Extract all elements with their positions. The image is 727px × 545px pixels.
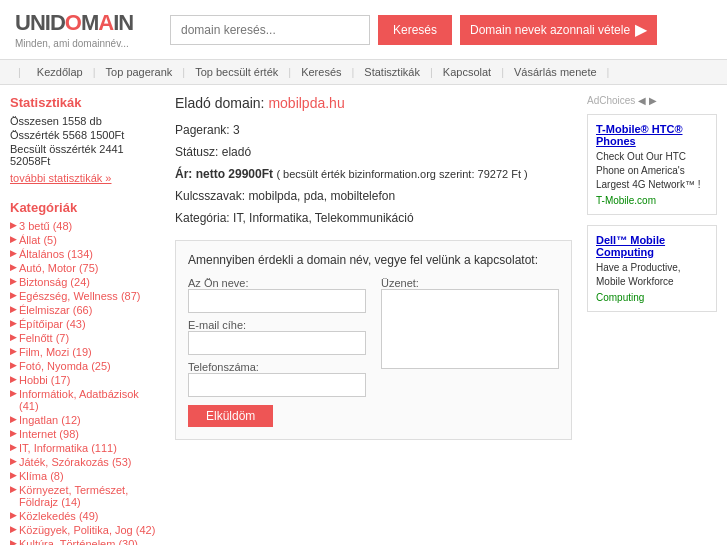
category-item[interactable]: ▶Közlekedés (49) bbox=[10, 510, 160, 522]
stat-value-label: Összérték bbox=[10, 129, 60, 141]
category-row: Kategória: IT, Informatika, Telekommunik… bbox=[175, 211, 572, 225]
status-label: Státusz: bbox=[175, 145, 218, 159]
search-area: Keresés Domain nevek azonnali vétele ▶ bbox=[170, 15, 712, 45]
category-item[interactable]: ▶Egészség, Wellness (87) bbox=[10, 290, 160, 302]
cat-arrow-icon: ▶ bbox=[10, 220, 17, 230]
category-item[interactable]: ▶Felnőtt (7) bbox=[10, 332, 160, 344]
category-item[interactable]: ▶Élelmiszar (66) bbox=[10, 304, 160, 316]
nav-separator: | bbox=[350, 66, 357, 78]
category-item[interactable]: ▶Biztonság (24) bbox=[10, 276, 160, 288]
nav-item-contact[interactable]: Kapcsolat bbox=[435, 60, 499, 84]
cat-item-label: 3 betű (48) bbox=[19, 220, 72, 232]
category-item[interactable]: ▶Fotó, Nyomda (25) bbox=[10, 360, 160, 372]
cat-item-label: Építőipar (43) bbox=[19, 318, 86, 330]
header: UNIDOMAIN Minden, ami domainnév... Keres… bbox=[0, 0, 727, 60]
logo[interactable]: UNIDOMAIN bbox=[15, 10, 155, 36]
ad-nav-prev[interactable]: ◀ bbox=[638, 95, 646, 106]
for-sale-label: Eladó domain: bbox=[175, 95, 265, 111]
category-item[interactable]: ▶Kultúra, Történelem (30) bbox=[10, 538, 160, 545]
sidebar: Statisztikák Összesen 1558 db Összérték … bbox=[10, 95, 160, 545]
status-row: Státusz: eladó bbox=[175, 145, 572, 159]
category-item[interactable]: ▶Informátiok, Adatbázisok (41) bbox=[10, 388, 160, 412]
nav-separator: | bbox=[428, 66, 435, 78]
category-item[interactable]: ▶Állat (5) bbox=[10, 234, 160, 246]
logo-area: UNIDOMAIN Minden, ami domainnév... bbox=[15, 10, 155, 49]
cat-item-label: Állat (5) bbox=[19, 234, 57, 246]
nav-sep-start: | bbox=[10, 60, 29, 84]
cat-item-label: Egészség, Wellness (87) bbox=[19, 290, 140, 302]
domain-name-link[interactable]: mobilpda.hu bbox=[268, 95, 344, 111]
categories-title: Kategóriák bbox=[10, 200, 160, 215]
pagerank-label: Pagerank: bbox=[175, 123, 230, 137]
ad2-description: Have a Productive, Mobile Workforce bbox=[596, 261, 708, 289]
category-item[interactable]: ▶Ingatlan (12) bbox=[10, 414, 160, 426]
category-item[interactable]: ▶Film, Mozi (19) bbox=[10, 346, 160, 358]
stat-total-label: Összesen bbox=[10, 115, 59, 127]
ad2-url: Computing bbox=[596, 292, 708, 303]
submit-button[interactable]: Elküldöm bbox=[188, 405, 273, 427]
category-item[interactable]: ▶IT, Informatika (111) bbox=[10, 442, 160, 454]
category-item[interactable]: ▶Internet (98) bbox=[10, 428, 160, 440]
cat-arrow-icon: ▶ bbox=[10, 234, 17, 244]
nav-item-stats[interactable]: Statisztikák bbox=[356, 60, 428, 84]
nav-item-purchase[interactable]: Vásárlás menete bbox=[506, 60, 605, 84]
cat-arrow-icon: ▶ bbox=[10, 248, 17, 258]
form-right: Üzenet: bbox=[381, 277, 559, 397]
stat-estimated-label: Becsült összérték bbox=[10, 143, 96, 155]
price-value: netto 29900Ft bbox=[196, 167, 273, 181]
cat-item-label: Ingatlan (12) bbox=[19, 414, 81, 426]
cat-item-label: Klíma (8) bbox=[19, 470, 64, 482]
keywords-row: Kulcsszavak: mobilpda, pda, mobiltelefon bbox=[175, 189, 572, 203]
keywords-value: mobilpda, pda, mobiltelefon bbox=[248, 189, 395, 203]
buy-button-label: Domain nevek azonnali vétele bbox=[470, 23, 630, 37]
cat-item-label: Közügyek, Politika, Jog (42) bbox=[19, 524, 155, 536]
cat-arrow-icon: ▶ bbox=[10, 318, 17, 328]
nav-separator: | bbox=[180, 66, 187, 78]
ad-nav-next[interactable]: ▶ bbox=[649, 95, 657, 106]
cat-item-label: Fotó, Nyomda (25) bbox=[19, 360, 111, 372]
ad1-title-link[interactable]: T-Mobile® HTC® Phones bbox=[596, 123, 708, 147]
category-item[interactable]: ▶Játék, Szórakozás (53) bbox=[10, 456, 160, 468]
search-input[interactable] bbox=[170, 15, 370, 45]
category-value: IT, Informatika, Telekommunikáció bbox=[233, 211, 414, 225]
name-input[interactable] bbox=[188, 289, 366, 313]
cat-item-label: IT, Informatika (111) bbox=[19, 442, 117, 454]
cat-arrow-icon: ▶ bbox=[10, 374, 17, 384]
cat-arrow-icon: ▶ bbox=[10, 510, 17, 520]
nav-separator: | bbox=[286, 66, 293, 78]
nav-item-search[interactable]: Keresés bbox=[293, 60, 349, 84]
message-label: Üzenet: bbox=[381, 277, 559, 289]
ad-block-1: T-Mobile® HTC® Phones Check Out Our HTC … bbox=[587, 114, 717, 215]
more-stats-link[interactable]: további statisztikák » bbox=[10, 172, 160, 184]
nav-item-pagerank[interactable]: Top pagerank bbox=[98, 60, 181, 84]
phone-label: Telefonszáma: bbox=[188, 361, 366, 373]
category-item[interactable]: ▶Klíma (8) bbox=[10, 470, 160, 482]
main-content: Statisztikák Összesen 1558 db Összérték … bbox=[0, 85, 727, 545]
category-item[interactable]: ▶Autó, Motor (75) bbox=[10, 262, 160, 274]
categories-list: ▶3 betű (48)▶Állat (5)▶Általános (134)▶A… bbox=[10, 220, 160, 545]
category-item[interactable]: ▶Általános (134) bbox=[10, 248, 160, 260]
category-item[interactable]: ▶Közügyek, Politika, Jog (42) bbox=[10, 524, 160, 536]
ad2-title-link[interactable]: Dell™ Mobile Computing bbox=[596, 234, 708, 258]
category-item[interactable]: ▶Környezet, Természet, Földrajz (14) bbox=[10, 484, 160, 508]
cat-arrow-icon: ▶ bbox=[10, 470, 17, 480]
phone-input[interactable] bbox=[188, 373, 366, 397]
cat-item-label: Kultúra, Történelem (30) bbox=[19, 538, 138, 545]
buy-button[interactable]: Domain nevek azonnali vétele ▶ bbox=[460, 15, 657, 45]
ad-choices-header: AdChoices ◀ ▶ bbox=[587, 95, 717, 106]
form-layout: Az Ön neve: E-mail cíhe: Telefonszáma: Ü… bbox=[188, 277, 559, 397]
email-input[interactable] bbox=[188, 331, 366, 355]
category-item[interactable]: ▶Hobbi (17) bbox=[10, 374, 160, 386]
message-textarea[interactable] bbox=[381, 289, 559, 369]
cat-arrow-icon: ▶ bbox=[10, 484, 17, 494]
search-button[interactable]: Keresés bbox=[378, 15, 452, 45]
keywords-label: Kulcsszavak: bbox=[175, 189, 245, 203]
nav-item-value[interactable]: Top becsült érték bbox=[187, 60, 286, 84]
status-value: eladó bbox=[222, 145, 251, 159]
cat-arrow-icon: ▶ bbox=[10, 360, 17, 370]
nav-item-home[interactable]: Kezdőlap bbox=[29, 60, 91, 84]
category-item[interactable]: ▶3 betű (48) bbox=[10, 220, 160, 232]
category-item[interactable]: ▶Építőipar (43) bbox=[10, 318, 160, 330]
nav-separator: | bbox=[91, 66, 98, 78]
cat-arrow-icon: ▶ bbox=[10, 262, 17, 272]
